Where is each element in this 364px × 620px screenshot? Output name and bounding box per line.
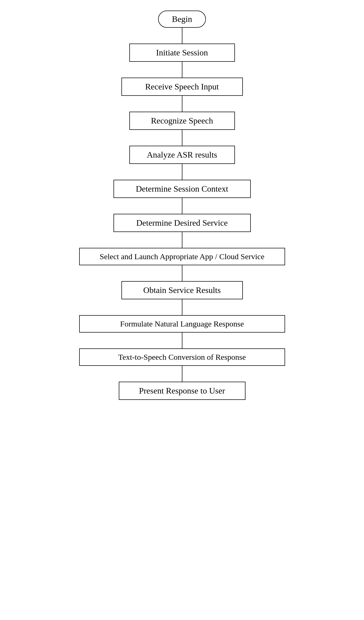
node-initiate-session: Initiate Session [129,44,235,62]
connector-0 [182,28,182,44]
node-determine-context-wrapper: Determine Session Context [79,180,285,214]
connector-6 [182,232,182,248]
node-determine-service-wrapper: Determine Desired Service [79,214,285,248]
node-begin: Begin [158,11,206,28]
flowchart: Begin Initiate Session Receive Speech In… [74,0,290,410]
connector-3 [182,130,182,146]
node-tts: Text-to-Speech Conversion of Response [79,348,285,366]
node-receive-speech-wrapper: Receive Speech Input [79,78,285,112]
connector-1 [182,62,182,78]
node-begin-wrapper: Begin [79,11,285,44]
connector-2 [182,96,182,112]
node-analyze-asr: Analyze ASR results [129,146,235,164]
node-receive-speech: Receive Speech Input [121,78,243,96]
node-select-launch: Select and Launch Appropriate App / Clou… [79,248,285,265]
node-formulate-response: Formulate Natural Language Response [79,315,285,333]
node-select-launch-wrapper: Select and Launch Appropriate App / Clou… [79,248,285,281]
connector-7 [182,265,182,281]
node-recognize-speech: Recognize Speech [129,112,235,130]
connector-9 [182,333,182,348]
connector-5 [182,198,182,214]
node-formulate-response-wrapper: Formulate Natural Language Response [79,315,285,348]
node-present-response: Present Response to User [119,382,245,400]
connector-4 [182,164,182,180]
node-obtain-results-wrapper: Obtain Service Results [79,281,285,315]
node-analyze-asr-wrapper: Analyze ASR results [79,146,285,180]
node-tts-wrapper: Text-to-Speech Conversion of Response [79,348,285,382]
node-recognize-speech-wrapper: Recognize Speech [79,112,285,146]
node-present-response-wrapper: Present Response to User [79,382,285,400]
node-obtain-results: Obtain Service Results [121,281,243,299]
node-initiate-session-wrapper: Initiate Session [79,44,285,78]
node-determine-service: Determine Desired Service [114,214,251,232]
node-determine-context: Determine Session Context [114,180,251,198]
connector-10 [182,366,182,382]
connector-8 [182,299,182,315]
